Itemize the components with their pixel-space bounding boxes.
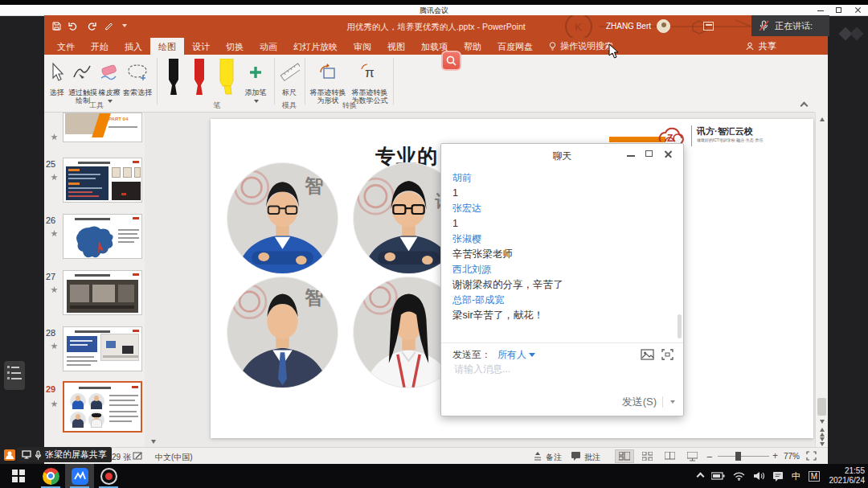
powerpoint-window: K 用优秀的人，培养更优秀的人.pptx - PowerPoint ZHANG …	[44, 15, 828, 464]
tab-help[interactable]: 帮助	[456, 38, 489, 55]
screenshot-icon[interactable]	[661, 349, 674, 360]
touch-draw-icon	[72, 63, 93, 82]
ime-mode-indicator[interactable]: M	[809, 471, 820, 482]
taskbar-clock[interactable]: 21:55 2021/6/24	[829, 466, 866, 486]
normal-view-button[interactable]	[615, 449, 634, 463]
ink-to-shape-button[interactable]: 将墨迹转换为形状	[309, 58, 347, 105]
send-options-icon[interactable]	[670, 400, 675, 404]
send-image-icon[interactable]	[641, 349, 654, 360]
share-button[interactable]: 共享	[746, 38, 776, 55]
tab-design[interactable]: 设计	[184, 38, 218, 55]
tab-view[interactable]: 视图	[379, 38, 413, 55]
add-pen-button[interactable]: 添加笔	[244, 58, 268, 105]
select-tool[interactable]: 选择	[46, 58, 68, 96]
screen-share-status[interactable]: 张梁的屏幕共享	[17, 447, 112, 462]
taskbar-chrome-icon[interactable]	[36, 464, 65, 488]
meeting-member-icon[interactable]	[4, 449, 15, 461]
thumbnail-slide-26[interactable]	[63, 214, 142, 259]
scrollbar-thumb[interactable]	[817, 398, 826, 416]
taskbar-tencent-meeting-icon[interactable]	[65, 464, 94, 488]
chat-scrollbar-thumb[interactable]	[678, 314, 682, 338]
tab-draw[interactable]: 绘图	[150, 38, 184, 55]
comments-button[interactable]: 批注	[584, 452, 600, 463]
taskbar-recorder-icon[interactable]	[94, 464, 123, 488]
slide-scrollbar[interactable]	[815, 113, 828, 447]
taskbar: 中 M 21:55 2021/6/24	[0, 464, 868, 488]
thumbnail-slide-25[interactable]	[63, 158, 142, 203]
meeting-minimize-icon[interactable]	[817, 7, 826, 14]
wifi-icon[interactable]	[733, 472, 745, 481]
add-pen-dropdown-icon[interactable]	[254, 100, 259, 103]
notes-button[interactable]: 备注	[546, 452, 562, 463]
notification-icon[interactable]	[772, 471, 784, 482]
scroll-down-icon[interactable]	[817, 417, 826, 426]
eraser-tool[interactable]: 橡皮擦	[97, 58, 121, 105]
fit-slide-to-window-icon[interactable]	[806, 451, 817, 461]
ime-language-indicator[interactable]: 中	[792, 470, 800, 482]
ink-to-math-button[interactable]: π 将墨迹转换为数学公式	[349, 58, 391, 105]
system-tray: 中 M	[698, 464, 820, 488]
pen-red[interactable]	[189, 58, 210, 100]
tray-expand-icon[interactable]	[696, 472, 704, 480]
red-pen-icon	[192, 59, 207, 99]
zoom-in-icon[interactable]: +	[772, 450, 778, 461]
chat-message: 1	[452, 188, 667, 199]
thumbnail-scroll-down-icon[interactable]	[151, 440, 156, 444]
reading-view-button[interactable]	[660, 449, 679, 463]
chat-minimize-icon[interactable]	[627, 150, 638, 159]
tab-animations[interactable]: 动画	[252, 38, 285, 55]
chat-maximize-icon[interactable]	[645, 150, 657, 159]
draw-with-touch-tool[interactable]: 通过触摸绘制	[68, 58, 97, 105]
tab-transitions[interactable]: 切换	[218, 38, 252, 55]
slide-thumbnail-panel[interactable]: PART 04 25	[44, 113, 145, 447]
language-status[interactable]: 中文(中国)	[155, 452, 193, 463]
thumbnail-slide-28[interactable]	[63, 326, 142, 371]
thumbnail-slide-24[interactable]: PART 04	[63, 113, 142, 142]
baidu-search-float-icon[interactable]	[441, 51, 461, 71]
chat-close-icon[interactable]	[664, 150, 675, 159]
tab-slideshow[interactable]: 幻灯片放映	[285, 38, 346, 55]
tab-home[interactable]: 开始	[83, 38, 117, 55]
chat-titlebar[interactable]: 聊天	[441, 144, 683, 165]
tab-file[interactable]: 文件	[49, 38, 83, 55]
pen-yellow-highlighter[interactable]	[215, 58, 239, 100]
svg-text:Z: Z	[667, 133, 673, 144]
next-slide-icon[interactable]	[817, 437, 826, 446]
zoom-slider-thumb[interactable]	[735, 452, 741, 461]
chat-sender: 西北刘源	[452, 265, 667, 275]
chat-message-list[interactable]: 胡前 1 张宏达 1 张淑樱 辛苦张梁老师 西北刘源 谢谢梁叔的分享，辛苦了 总…	[452, 168, 667, 321]
meeting-close-icon[interactable]	[854, 7, 863, 14]
slide-sorter-view-button[interactable]	[637, 449, 657, 463]
speaker-icon[interactable]	[753, 471, 764, 481]
scroll-up-icon[interactable]	[817, 115, 826, 124]
chat-message-input[interactable]	[452, 363, 613, 375]
send-button[interactable]: 发送(S)	[622, 395, 675, 409]
meeting-maximize-icon[interactable]	[835, 7, 845, 14]
thumbnail-slide-29-selected[interactable]	[63, 381, 142, 433]
accessibility-check-icon[interactable]	[133, 451, 143, 461]
zoom-out-icon[interactable]: −	[706, 451, 713, 463]
slideshow-view-button[interactable]	[682, 449, 702, 463]
ribbon-display-options-icon[interactable]	[703, 22, 714, 31]
zoom-slider-track[interactable]	[718, 456, 769, 457]
battery-icon[interactable]	[711, 472, 725, 480]
send-to-selector[interactable]: 所有人	[497, 349, 526, 360]
pen-black[interactable]	[163, 58, 184, 100]
start-button[interactable]	[0, 464, 36, 488]
tab-insert[interactable]: 插入	[117, 38, 150, 55]
lasso-select-tool[interactable]: 套索选择	[120, 58, 155, 96]
tab-baidu-netdisk[interactable]: 百度网盘	[489, 38, 541, 55]
account-name[interactable]: ZHANG Bert	[606, 22, 651, 31]
account-avatar[interactable]	[657, 19, 670, 33]
zoom-level[interactable]: 77%	[784, 452, 800, 461]
ruler-tool[interactable]: 标尺	[278, 58, 301, 96]
thumbnail-slide-27[interactable]	[63, 270, 142, 315]
annotation-panel-float[interactable]	[4, 361, 25, 390]
chat-sender: 胡前	[452, 173, 667, 183]
send-to-dropdown-icon[interactable]	[529, 353, 535, 357]
tab-review[interactable]: 审阅	[346, 38, 379, 55]
ruler-icon	[279, 62, 300, 83]
chat-message: 辛苦张梁老师	[452, 249, 667, 260]
previous-slide-icon[interactable]	[817, 428, 826, 437]
collapse-ribbon-icon[interactable]	[800, 102, 809, 110]
